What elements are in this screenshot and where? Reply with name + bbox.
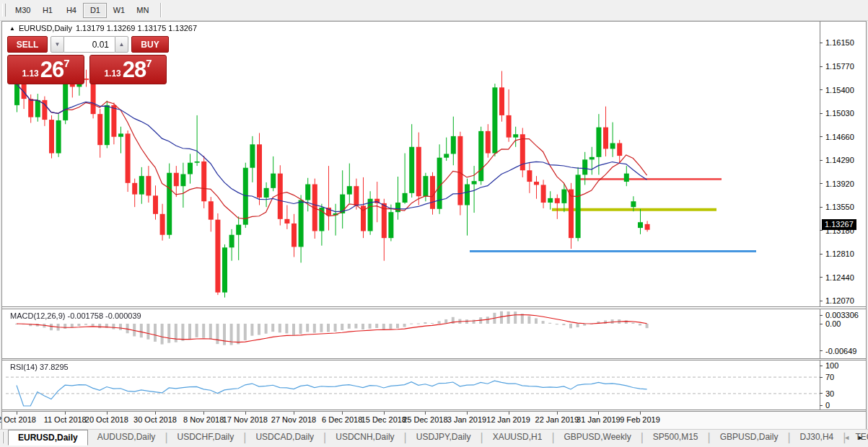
chart-tab-gbpusd[interactable]: GBPUSD,Daily [711,430,788,446]
tab-bar-grip[interactable] [2,432,4,443]
date-tick-label: 8 Nov 2018 [183,415,224,424]
date-tick-mark [107,412,108,415]
tabs-scroll-left-icon[interactable]: ◄ [843,434,850,441]
ask-price-pipette: 7 [146,57,152,69]
indicator-axis-tick: 0 [820,400,830,410]
chart-ohlc-values: 1.13179 1.13269 1.13175 1.13267 [76,24,197,32]
rsi-axis: 10070300 [820,360,867,410]
date-tick-mark [640,412,641,415]
chart-tab-usdcad[interactable]: USDCAD,Daily [246,430,323,446]
price-tick: 1.12440 [820,273,854,283]
toolbar-separator [160,3,161,17]
date-tick-mark [294,412,294,415]
date-tick-mark [509,412,509,415]
volume-input[interactable] [64,36,115,53]
price-tick: 1.12070 [820,296,854,306]
ask-price-prefix: 1.13 [104,68,120,79]
date-tick-label: 12 Jan 2019 [486,415,530,424]
date-tick-label: 31 Jan 2019 [577,415,621,424]
price-tick: 1.15770 [820,61,854,71]
date-tick-mark [65,412,66,415]
chart-tab-bar: EURUSD,DailyAUDUSD,Daily|USDCHF,Daily|US… [0,429,868,446]
indicator-axis-tick: -0.00649 [820,346,856,356]
pane-separator[interactable] [2,410,866,412]
bid-price-prefix: 1.13 [22,68,38,79]
date-tick-mark [467,412,468,415]
timeframe-button-m30[interactable]: M30 [10,3,35,18]
pane-separator[interactable] [2,358,866,360]
date-tick-label: 6 Dec 2018 [322,415,362,424]
date-tick-mark [203,412,204,415]
indicator-axis-tick: 70 [820,372,834,382]
chart-title: ▲ EURUSD,Daily 1.13179 1.13269 1.13175 1… [9,24,197,32]
date-tick-mark [342,412,343,415]
one-click-trading-panel: SELL ▼ ▲ BUY 1.13 26 7 1.13 28 7 [7,36,169,84]
price-tick: 1.14290 [820,155,854,165]
date-tick-mark [557,412,558,415]
price-tick: 1.15400 [820,85,854,95]
pane-separator[interactable] [2,306,866,309]
date-tick-label: 11 Oct 2018 [44,415,87,424]
date-tick-label: 20 Oct 2018 [85,415,128,424]
price-tick: 1.12810 [820,249,854,259]
buy-button[interactable]: BUY [131,36,169,53]
collapse-arrow-icon[interactable]: ▲ [9,25,15,32]
chart-tab-sp500[interactable]: SP500,M15 [644,430,708,446]
chart-tab-usdjpy[interactable]: USDJPY,Daily [407,430,481,446]
chart-tab-usdchf[interactable]: USDCHF,Daily [168,430,244,446]
date-tick-mark [598,412,599,415]
chart-tab-dj30[interactable]: DJ30,H4 [791,430,843,446]
chart-tab-usdcnh[interactable]: USDCNH,Daily [326,430,403,446]
ask-price-main: 28 [123,57,146,83]
mt4-window: M30H1H4D1W1MN ▲ EURUSD,Daily 1.13179 1.1… [0,0,868,447]
price-tick: 1.16150 [820,37,854,48]
rsi-indicator-canvas[interactable] [6,360,820,410]
date-axis: 2 Oct 201811 Oct 201820 Oct 201830 Oct 2… [2,412,866,429]
timeframe-button-d1[interactable]: D1 [83,3,107,18]
date-tick-label: 22 Jan 2019 [535,415,579,424]
bid-price-button[interactable]: 1.13 26 7 [7,55,84,84]
date-tick-label: 2 Oct 2018 [0,415,36,424]
price-axis: 1.13267 1.161501.157701.154001.150301.14… [820,21,867,306]
price-tick: 1.13550 [820,202,854,212]
price-tick: 1.14660 [820,132,854,142]
chart-tab-gbpusd[interactable]: GBPUSD,Weekly [555,430,641,446]
price-tick: 1.13920 [820,179,854,189]
indicator-axis-tick: 30 [820,389,834,399]
tabs-scroll-right-icon[interactable]: ► [857,434,864,441]
chart-tab-audusd[interactable]: AUDUSD,Daily [88,430,165,446]
price-tick: 1.15030 [820,108,854,118]
date-tick-mark [245,412,246,415]
indicator-axis-tick: 100 [820,360,838,371]
rsi-label: RSI(14) 37.8295 [10,363,69,371]
timeframe-button-h1[interactable]: H1 [35,3,59,18]
toolbar-grip[interactable] [2,4,6,17]
current-price-badge: 1.13267 [822,219,856,230]
date-tick-label: 25 Dec 2018 [403,415,447,424]
ask-price-button[interactable]: 1.13 28 7 [89,55,167,84]
chart-symbol-label: EURUSD,Daily [19,24,72,32]
chart-tab-xauusd[interactable]: XAUUSD,H1 [483,430,552,446]
date-tick-label: 15 Dec 2018 [361,415,406,424]
date-tick-label: 17 Nov 2018 [223,415,268,424]
date-tick-label: 3 Jan 2019 [447,415,486,424]
date-tick-label: 30 Oct 2018 [133,415,177,424]
bid-price-pipette: 7 [63,57,69,69]
bid-price-main: 26 [40,57,63,83]
date-tick-mark [384,412,385,415]
timeframe-button-h4[interactable]: H4 [59,3,83,18]
date-tick-mark [425,412,426,415]
date-tick-mark [155,412,156,415]
chart-tab-eurusd[interactable]: EURUSD,Daily [8,430,88,446]
date-tick-mark [17,412,17,415]
indicator-axis-tick: 0.00 [820,319,841,329]
volume-decrease-button[interactable]: ▼ [51,36,64,53]
date-tick-label: 9 Feb 2019 [620,415,660,424]
timeframe-button-w1[interactable]: W1 [107,3,131,18]
timeframe-button-mn[interactable]: MN [131,3,154,18]
volume-increase-button[interactable]: ▲ [115,36,128,53]
macd-axis: 0.0033060.00-0.00649 [820,309,867,358]
date-tick-label: 27 Nov 2018 [271,415,316,424]
sell-button[interactable]: SELL [7,36,48,53]
macd-label: MACD(12,26,9) -0.001758 -0.000039 [10,311,141,320]
